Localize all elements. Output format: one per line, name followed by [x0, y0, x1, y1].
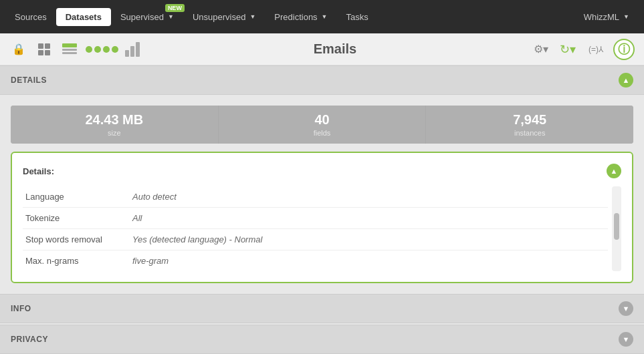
bar-2: [130, 46, 134, 57]
details-section-title: DETAILS: [11, 75, 47, 85]
nav-datasets-label: Datasets: [66, 12, 102, 22]
nav-predictions[interactable]: Predictions ▼: [265, 8, 336, 26]
nav-user[interactable]: WhizzML ▼: [574, 8, 639, 26]
toolbar: 🔒 Emails ⚙▾ ↻▾ (=)⅄ ⓘ: [0, 33, 644, 65]
table-row: Stop words removal Yes (detected languag…: [23, 229, 608, 250]
dot-4: [112, 46, 118, 53]
nav-sources[interactable]: Sources: [5, 8, 56, 26]
lock-icon: 🔒: [9, 40, 28, 59]
table-row: Language Auto detect: [23, 186, 608, 208]
nav-tasks-label: Tasks: [346, 12, 368, 22]
nav-datasets[interactable]: Datasets: [56, 8, 111, 26]
svg-rect-5: [62, 49, 77, 51]
svg-rect-6: [62, 52, 77, 54]
toolbar-right: ⚙▾ ↻▾ (=)⅄ ⓘ: [530, 39, 635, 60]
details-card-header: Details: ▲: [23, 164, 621, 178]
supervised-chevron: ▼: [168, 13, 174, 20]
page-title: Emails: [146, 41, 524, 57]
details-content: Language Auto detect Tokenize All Stop w…: [23, 186, 608, 271]
svg-rect-0: [38, 43, 43, 49]
field-ngrams-value: five-gram: [130, 250, 608, 272]
nav-unsupervised[interactable]: Unsupervised ▼: [183, 8, 265, 26]
svg-rect-3: [45, 50, 50, 55]
new-badge: NEW: [165, 4, 185, 12]
nav-supervised-label: Supervised: [120, 12, 164, 22]
table-row: Tokenize All: [23, 208, 608, 229]
settings-button[interactable]: ⚙▾: [530, 39, 552, 60]
dot-1: [86, 46, 92, 53]
predictions-chevron: ▼: [322, 13, 328, 20]
info-toggle[interactable]: ▼: [619, 301, 633, 316]
svg-rect-1: [45, 43, 50, 49]
scrollbar[interactable]: [612, 186, 621, 271]
stat-size: 24.43 MB size: [11, 106, 219, 144]
nav-sources-label: Sources: [15, 12, 47, 22]
privacy-section-header[interactable]: PRIVACY ▼: [0, 325, 644, 354]
unsupervised-chevron: ▼: [249, 13, 255, 20]
chart-icon: [125, 42, 140, 57]
nav-tasks[interactable]: Tasks: [337, 8, 378, 26]
dot-2: [94, 46, 101, 53]
navbar: Sources Datasets Supervised NEW ▼ Unsupe…: [0, 0, 644, 33]
dot-3: [103, 46, 110, 53]
formula-button[interactable]: (=)⅄: [584, 39, 608, 60]
details-toggle[interactable]: ▲: [619, 73, 633, 87]
bar-3: [136, 42, 140, 57]
details-section-header[interactable]: DETAILS ▲: [0, 65, 644, 95]
table-row: Max. n-grams five-gram: [23, 250, 608, 272]
info-button[interactable]: ⓘ: [613, 39, 635, 60]
scroll-thumb: [614, 213, 619, 240]
card-with-scroll: Language Auto detect Tokenize All Stop w…: [23, 186, 621, 271]
field-ngrams-name: Max. n-grams: [23, 250, 130, 272]
info-section-title: INFO: [11, 304, 31, 313]
details-card: Details: ▲ Language Auto detect Tokenize…: [11, 152, 633, 283]
user-chevron: ▼: [623, 13, 629, 20]
svg-rect-2: [38, 50, 43, 55]
details-card-title: Details:: [23, 166, 54, 176]
status-dots: [86, 46, 118, 53]
privacy-toggle[interactable]: ▼: [619, 332, 633, 347]
stat-instances: 7,945 instances: [426, 106, 633, 144]
field-stopwords-name: Stop words removal: [23, 229, 130, 250]
privacy-section-title: PRIVACY: [11, 335, 48, 344]
nav-user-label: WhizzML: [584, 12, 619, 22]
svg-rect-4: [62, 43, 77, 47]
stat-instances-value: 7,945: [437, 112, 623, 128]
field-stopwords-value: Yes (detected language) - Normal: [130, 229, 608, 250]
stat-fields: 40 fields: [219, 106, 427, 144]
layers-icon[interactable]: [60, 40, 79, 59]
nav-predictions-label: Predictions: [274, 12, 317, 22]
main-content: DETAILS ▲ 24.43 MB size 40 fields 7,945 …: [0, 65, 644, 354]
nav-supervised-wrap: Supervised NEW ▼: [111, 8, 183, 26]
stat-fields-label: fields: [229, 129, 415, 137]
nav-unsupervised-label: Unsupervised: [193, 12, 246, 22]
details-card-toggle[interactable]: ▲: [607, 164, 621, 178]
details-table: Language Auto detect Tokenize All Stop w…: [23, 186, 608, 271]
stat-size-value: 24.43 MB: [21, 112, 207, 128]
info-section-header[interactable]: INFO ▼: [0, 294, 644, 323]
stat-instances-label: instances: [437, 129, 623, 137]
field-tokenize-name: Tokenize: [23, 208, 130, 229]
field-language-name: Language: [23, 186, 130, 208]
field-language-value: Auto detect: [130, 186, 608, 208]
field-tokenize-value: All: [130, 208, 608, 229]
stat-fields-value: 40: [229, 112, 415, 128]
refresh-button[interactable]: ↻▾: [557, 39, 578, 60]
nav-supervised[interactable]: Supervised NEW ▼: [111, 8, 183, 26]
stats-row: 24.43 MB size 40 fields 7,945 instances: [11, 106, 633, 144]
bar-1: [125, 50, 129, 57]
stat-size-label: size: [21, 129, 207, 137]
dataset-type-icon[interactable]: [35, 40, 53, 59]
